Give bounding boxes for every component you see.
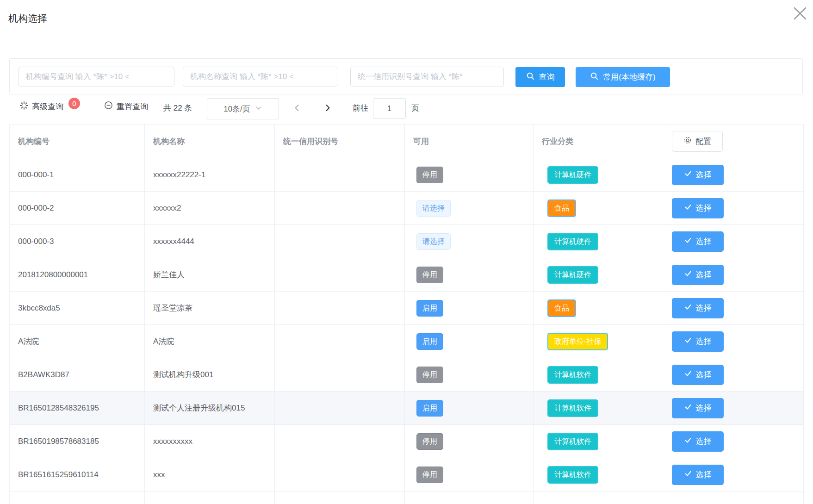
page-size-select[interactable]: 10条/页 xyxy=(207,98,279,119)
status-badge[interactable]: 请选择 xyxy=(416,233,451,250)
next-page-button[interactable] xyxy=(320,101,335,116)
status-badge[interactable]: 停用 xyxy=(416,467,443,483)
industry-tag[interactable]: 计算机硬件 xyxy=(547,166,598,184)
select-button[interactable]: 选择 xyxy=(672,165,724,185)
org-name-cell: 测试机构升级001 xyxy=(145,358,275,392)
credit-code-cell xyxy=(275,158,405,192)
select-button[interactable]: 选择 xyxy=(672,365,724,385)
available-cell: 停用 xyxy=(405,258,534,292)
status-badge[interactable]: 启用 xyxy=(416,333,443,350)
select-button-label: 选择 xyxy=(696,203,712,213)
header-credit-code: 统一信用识别号 xyxy=(275,124,405,158)
prev-page-button[interactable] xyxy=(290,101,304,116)
industry-cell: 计算机软件 xyxy=(534,425,666,458)
org-code-input[interactable] xyxy=(19,67,174,87)
config-button-label: 配置 xyxy=(695,136,711,147)
check-icon xyxy=(684,336,692,346)
available-cell: 停用 xyxy=(405,425,534,458)
status-badge[interactable]: 请选择 xyxy=(416,200,451,217)
goto-page-label: 前往 xyxy=(353,103,368,113)
close-button[interactable] xyxy=(789,4,811,25)
available-cell: 请选择 xyxy=(405,225,534,258)
org-name-cell: 测试个人注册升级机构015 xyxy=(145,392,275,425)
action-cell: 选择 xyxy=(666,458,804,492)
advanced-query-button[interactable]: 高级查询 0 xyxy=(19,101,80,112)
org-name-cell: 瑶圣堂凉茶 xyxy=(145,292,275,325)
industry-cell: 食品 xyxy=(534,292,666,325)
industry-tag[interactable]: 计算机软件 xyxy=(547,399,598,417)
status-badge[interactable]: 启用 xyxy=(416,400,443,417)
select-button[interactable]: 选择 xyxy=(672,331,724,352)
chevron-left-icon xyxy=(293,104,301,114)
org-code-cell: 000-000-1 xyxy=(10,158,145,192)
table-row: 000-000-1xxxxxx22222-1停用计算机硬件选择 xyxy=(10,158,804,192)
check-icon xyxy=(684,236,692,246)
action-cell: 选择 xyxy=(666,392,804,425)
credit-code-input[interactable] xyxy=(350,67,504,87)
select-button[interactable]: 选择 xyxy=(672,231,724,252)
status-badge[interactable]: 停用 xyxy=(416,367,443,383)
status-badge[interactable]: 停用 xyxy=(416,267,443,283)
table-row: 000-000-2xxxxxx2请选择食品选择 xyxy=(10,192,804,225)
org-name-cell: 娇兰佳人 xyxy=(145,258,275,292)
config-button[interactable]: 配置 xyxy=(672,131,723,152)
select-button[interactable]: 选择 xyxy=(672,431,724,452)
action-cell: 选择 xyxy=(666,158,804,192)
status-badge[interactable]: 停用 xyxy=(416,433,443,450)
toolbar: 高级查询 0 重置查询 共 22 条 10条/页 xyxy=(9,95,803,124)
select-button-label: 选择 xyxy=(696,236,712,247)
industry-tag[interactable]: 计算机软件 xyxy=(547,466,598,484)
credit-code-cell xyxy=(275,225,405,258)
industry-tag[interactable]: 食品 xyxy=(547,199,576,217)
table-row: B2BAWK3D87测试机构升级001停用计算机软件选择 xyxy=(10,358,804,392)
select-button[interactable]: 选择 xyxy=(672,465,724,485)
select-button-label: 选择 xyxy=(696,336,712,347)
industry-tag[interactable]: 政府单位-社保 xyxy=(547,333,608,350)
header-available: 可用 xyxy=(405,124,534,158)
table-row: A法院A法院启用政府单位-社保选择 xyxy=(10,325,804,358)
page-title: 机构选择 xyxy=(8,12,47,25)
check-icon xyxy=(684,303,692,313)
table-row: BR1651615259610114xxx停用计算机软件选择 xyxy=(10,458,804,492)
industry-tag[interactable]: 食品 xyxy=(547,299,576,317)
select-button[interactable]: 选择 xyxy=(672,298,724,318)
available-cell: 停用 xyxy=(405,458,534,492)
org-code-cell: 000-000-3 xyxy=(10,225,145,258)
action-cell: 选择 xyxy=(666,292,804,325)
org-name-cell: A法院 xyxy=(145,325,275,358)
header-org-code: 机构编号 xyxy=(10,124,145,158)
select-button[interactable]: 选择 xyxy=(672,265,724,285)
industry-tag[interactable]: 计算机软件 xyxy=(547,433,598,450)
available-cell: 停用 xyxy=(405,158,534,192)
org-code-cell: B2BAWK3D87 xyxy=(10,358,145,392)
org-name-cell: xxxxxx4444 xyxy=(145,225,275,258)
status-badge[interactable]: 启用 xyxy=(416,300,443,317)
credit-code-cell xyxy=(275,425,405,458)
table-row: 2018120800000001娇兰佳人停用计算机硬件选择 xyxy=(10,258,804,292)
action-cell: 选择 xyxy=(666,425,804,458)
industry-tag[interactable]: 计算机软件 xyxy=(547,366,598,384)
industry-cell: 计算机硬件 xyxy=(534,258,666,292)
industry-cell: 计算机软件 xyxy=(534,458,666,492)
select-button[interactable]: 选择 xyxy=(672,198,724,218)
industry-tag[interactable]: 计算机硬件 xyxy=(547,266,598,284)
chevron-right-icon xyxy=(323,104,332,114)
query-button[interactable]: 查询 xyxy=(515,67,565,87)
common-cache-button[interactable]: 常用(本地缓存) xyxy=(576,67,670,87)
org-name-input[interactable] xyxy=(183,67,337,87)
check-icon xyxy=(684,403,692,413)
industry-tag[interactable]: 计算机硬件 xyxy=(547,233,598,250)
org-name-cell: xxx xyxy=(145,458,275,492)
org-code-cell: 000-000-2 xyxy=(10,192,145,225)
goto-page-unit: 页 xyxy=(411,103,419,113)
status-badge[interactable]: 停用 xyxy=(416,167,443,183)
org-name-cell: xxxxxxxxxx xyxy=(145,425,275,458)
goto-page-input[interactable] xyxy=(373,98,406,119)
reset-query-button[interactable]: 重置查询 xyxy=(104,101,148,112)
select-button[interactable]: 选择 xyxy=(672,398,724,418)
available-cell: 启用 xyxy=(405,325,534,358)
available-cell: 启用 xyxy=(405,292,534,325)
header-org-name: 机构名称 xyxy=(145,124,275,158)
search-panel: 查询 常用(本地缓存) xyxy=(9,58,803,94)
action-cell: 选择 xyxy=(666,358,804,392)
